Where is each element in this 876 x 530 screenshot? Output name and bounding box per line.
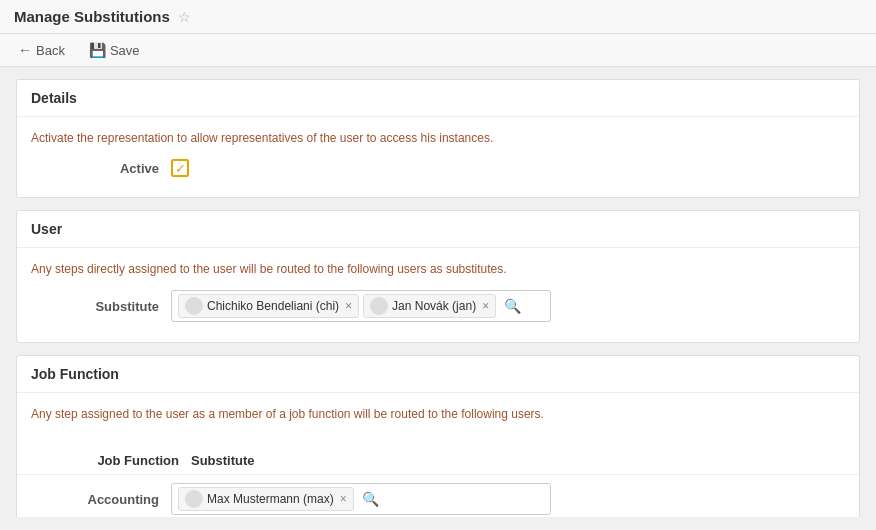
job-function-search-button[interactable]: 🔍 bbox=[360, 489, 381, 509]
job-function-section: Job Function Any step assigned to the us… bbox=[16, 355, 860, 517]
favorite-icon[interactable]: ☆ bbox=[178, 9, 191, 25]
substitute-tag-2: Jan Novák (jan) × bbox=[363, 294, 496, 318]
substitute-label: Substitute bbox=[31, 299, 171, 314]
user-section-header: User bbox=[17, 211, 859, 248]
title-bar: Manage Substitutions ☆ bbox=[0, 0, 876, 34]
back-label: Back bbox=[36, 43, 65, 58]
active-label: Active bbox=[31, 161, 171, 176]
user-description: Any steps directly assigned to the user … bbox=[31, 260, 845, 278]
substitute-row: Substitute Chichiko Bendeliani (chi) × J… bbox=[31, 290, 845, 322]
job-function-substitute-input-1[interactable]: Max Mustermann (max) × 🔍 bbox=[171, 483, 551, 515]
save-button[interactable]: 💾 Save bbox=[85, 40, 144, 60]
main-content: Details Activate the representation to a… bbox=[0, 67, 876, 517]
details-section: Details Activate the representation to a… bbox=[16, 79, 860, 198]
avatar-1 bbox=[185, 297, 203, 315]
job-avatar-1 bbox=[185, 490, 203, 508]
save-label: Save bbox=[110, 43, 140, 58]
job-function-table-header: Job Function Substitute bbox=[17, 447, 859, 475]
substitute-search-button[interactable]: 🔍 bbox=[502, 296, 523, 316]
checkmark-icon: ✓ bbox=[175, 162, 186, 175]
details-section-title: Details bbox=[31, 90, 77, 106]
user-section-title: User bbox=[31, 221, 62, 237]
job-function-substitute-tag-1: Max Mustermann (max) × bbox=[178, 487, 354, 511]
details-section-header: Details bbox=[17, 80, 859, 117]
user-section: User Any steps directly assigned to the … bbox=[16, 210, 860, 343]
substitute-tag-1: Chichiko Bendeliani (chi) × bbox=[178, 294, 359, 318]
back-button[interactable]: ← Back bbox=[14, 40, 69, 60]
save-icon: 💾 bbox=[89, 42, 106, 58]
page-title: Manage Substitutions bbox=[14, 8, 170, 25]
details-section-body: Activate the representation to allow rep… bbox=[17, 117, 859, 197]
back-icon: ← bbox=[18, 42, 32, 58]
job-function-section-body: Any step assigned to the user as a membe… bbox=[17, 393, 859, 447]
remove-substitute-1[interactable]: × bbox=[345, 299, 352, 313]
substitute-name-1: Chichiko Bendeliani (chi) bbox=[207, 299, 339, 313]
active-checkbox-wrapper: ✓ bbox=[171, 159, 189, 177]
remove-job-substitute-1[interactable]: × bbox=[340, 492, 347, 506]
active-row: Active ✓ bbox=[31, 159, 845, 177]
job-function-row-1: Accounting Max Mustermann (max) × 🔍 bbox=[17, 475, 859, 517]
column-header-substitute: Substitute bbox=[191, 453, 845, 468]
user-section-body: Any steps directly assigned to the user … bbox=[17, 248, 859, 342]
remove-substitute-2[interactable]: × bbox=[482, 299, 489, 313]
job-function-description: Any step assigned to the user as a membe… bbox=[31, 405, 845, 423]
job-function-section-header: Job Function bbox=[17, 356, 859, 393]
toolbar: ← Back 💾 Save bbox=[0, 34, 876, 67]
column-header-job-function: Job Function bbox=[31, 453, 191, 468]
avatar-2 bbox=[370, 297, 388, 315]
details-description: Activate the representation to allow rep… bbox=[31, 129, 845, 147]
substitute-input[interactable]: Chichiko Bendeliani (chi) × Jan Novák (j… bbox=[171, 290, 551, 322]
active-checkbox[interactable]: ✓ bbox=[171, 159, 189, 177]
job-function-section-title: Job Function bbox=[31, 366, 119, 382]
job-substitute-name-1: Max Mustermann (max) bbox=[207, 492, 334, 506]
job-function-name-1: Accounting bbox=[31, 492, 171, 507]
substitute-name-2: Jan Novák (jan) bbox=[392, 299, 476, 313]
